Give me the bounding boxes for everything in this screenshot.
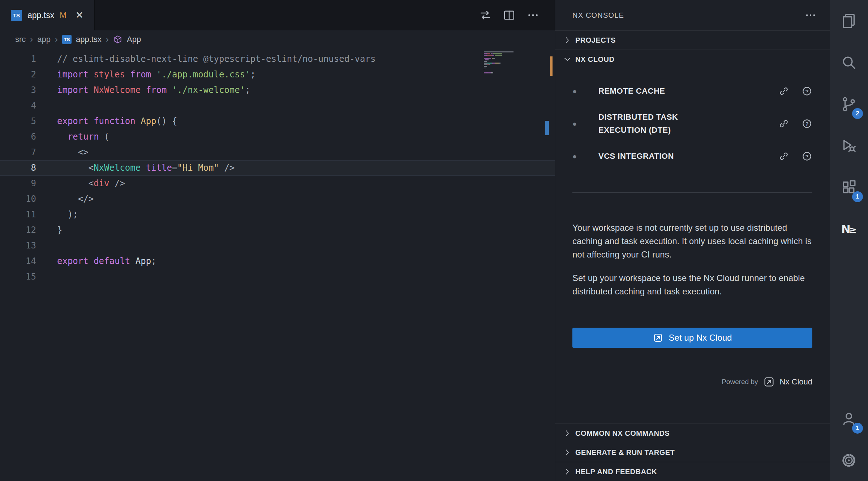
connect-icon[interactable] [778, 151, 789, 162]
code-line-11[interactable]: 11 ); [0, 207, 555, 222]
line-number: 5 [0, 114, 36, 129]
typescript-file-icon: TS [11, 10, 22, 21]
code-line-12[interactable]: 12} [0, 222, 555, 238]
feature-label: DISTRIBUTED TASK EXECUTION (DTE) [598, 111, 705, 137]
connect-icon[interactable] [778, 86, 789, 97]
activity-nx-console[interactable]: N ≥ [830, 208, 868, 250]
section-nx-cloud[interactable]: NX CLOUD [555, 50, 830, 69]
activity-explorer[interactable] [830, 0, 868, 42]
code-text: import styles from './app.module.css'; [36, 67, 255, 82]
breadcrumb: src › app › TS app.tsx › App [0, 30, 555, 48]
help-icon[interactable]: ? [802, 86, 812, 97]
minimap[interactable] [484, 51, 542, 76]
status-dot: ● [572, 152, 580, 161]
activity-accounts[interactable]: 1 [830, 398, 868, 439]
search-icon [841, 54, 857, 71]
section-common-nx-commands[interactable]: COMMON NX COMMANDS [555, 423, 830, 443]
line-number: 1 [0, 51, 36, 67]
chevron-right-icon [563, 467, 572, 476]
code-text: ); [36, 207, 78, 222]
workspace-status-text: Your workspace is not currently set up t… [572, 221, 815, 261]
line-number: 9 [0, 176, 36, 191]
editor-toolbar [479, 0, 555, 30]
section-label: NX CLOUD [575, 55, 614, 64]
panel-more-actions[interactable] [804, 9, 817, 21]
vscode-window: TS app.tsx M ✕ [0, 0, 868, 481]
breadcrumb-item-file[interactable]: app.tsx [76, 35, 102, 44]
help-icon[interactable]: ? [802, 151, 812, 162]
activity-settings[interactable] [830, 439, 868, 481]
chevron-right-icon [563, 429, 572, 438]
svg-text:?: ? [805, 88, 808, 94]
nx-cloud-content: ● REMOTE CACHE ? [555, 69, 830, 423]
activity-search[interactable] [830, 42, 868, 83]
code-text: import NxWelcome from './nx-welcome'; [36, 82, 250, 98]
setup-nx-cloud-button[interactable]: Set up Nx Cloud [572, 328, 812, 348]
code-line-6[interactable]: 6 return ( [0, 129, 555, 145]
code-line-5[interactable]: 5export function App() { [0, 114, 555, 129]
breadcrumb-item-symbol[interactable]: App [127, 35, 141, 44]
breadcrumb-item-src[interactable]: src [15, 35, 26, 44]
nx-console-panel: NX CONSOLE PROJECTS NX CLOUD ● REMOTE C [555, 0, 830, 481]
code-line-10[interactable]: 10 </> [0, 191, 555, 207]
code-text: <NxWelcome title="Hi Mom" /> [36, 160, 235, 176]
section-help-and-feedback[interactable]: HELP AND FEEDBACK [555, 462, 830, 481]
modified-marker [550, 56, 553, 76]
explorer-icon [841, 13, 857, 29]
bottom-sections: COMMON NX COMMANDS GENERATE & RUN TARGET… [555, 423, 830, 481]
code-line-1[interactable]: 1// eslint-disable-next-line @typescript… [0, 51, 555, 67]
activity-bar: 2 1 N ≥ [830, 0, 868, 481]
code-line-2[interactable]: 2import styles from './app.module.css'; [0, 67, 555, 82]
panel-title: NX CONSOLE [572, 11, 624, 20]
activity-source-control[interactable]: 2 [830, 83, 868, 125]
code-editor[interactable]: 1// eslint-disable-next-line @typescript… [0, 48, 555, 481]
line-number: 8 [0, 160, 36, 176]
code-text [36, 98, 57, 114]
code-text: export function App() { [36, 114, 177, 129]
powered-by-row: Powered by Nx Cloud [572, 376, 812, 388]
code-line-8[interactable]: 8 <NxWelcome title="Hi Mom" /> [0, 160, 555, 176]
line-number: 4 [0, 98, 36, 114]
help-icon[interactable]: ? [802, 118, 812, 129]
code-line-7[interactable]: 7 <> [0, 145, 555, 160]
line-number: 12 [0, 222, 36, 238]
editor-region: TS app.tsx M ✕ [0, 0, 555, 481]
nx-cloud-logo-icon [763, 376, 775, 388]
more-actions-icon [804, 9, 817, 21]
section-generate-run-target[interactable]: GENERATE & RUN TARGET [555, 443, 830, 462]
open-changes-icon[interactable] [479, 9, 492, 22]
tab-close-button[interactable]: ✕ [75, 10, 83, 20]
svg-text:?: ? [805, 153, 808, 159]
settings-gear-icon [841, 452, 857, 469]
activity-bar-spacer [830, 250, 868, 398]
breadcrumb-item-app-folder[interactable]: app [37, 35, 51, 44]
accounts-badge: 1 [852, 423, 863, 434]
tab-app-tsx[interactable]: TS app.tsx M ✕ [0, 0, 95, 30]
code-line-15[interactable]: 15 [0, 269, 555, 285]
more-actions-icon[interactable] [527, 9, 540, 22]
line-number: 15 [0, 269, 36, 285]
typescript-file-icon: TS [62, 35, 72, 44]
overview-ruler [545, 48, 555, 481]
powered-by-label: Powered by [722, 378, 758, 386]
nx-console-icon: N ≥ [841, 221, 857, 237]
breadcrumb-separator: › [55, 34, 58, 44]
code-line-4[interactable]: 4 [0, 98, 555, 114]
connect-icon[interactable] [778, 118, 789, 129]
section-projects[interactable]: PROJECTS [555, 30, 830, 50]
code-line-9[interactable]: 9 <div /> [0, 176, 555, 191]
code-line-13[interactable]: 13 [0, 238, 555, 254]
activity-extensions[interactable]: 1 [830, 166, 868, 208]
split-editor-icon[interactable] [503, 9, 516, 22]
powered-by-brand: Nx Cloud [780, 377, 812, 387]
status-dot: ● [572, 87, 580, 95]
code-text: } [36, 222, 62, 238]
line-number: 13 [0, 238, 36, 254]
activity-run-debug[interactable] [830, 125, 868, 166]
section-label: GENERATE & RUN TARGET [575, 448, 675, 457]
code-text: <> [36, 145, 89, 160]
feature-remote-cache: ● REMOTE CACHE ? [572, 77, 812, 106]
code-line-3[interactable]: 3import NxWelcome from './nx-welcome'; [0, 82, 555, 98]
code-line-14[interactable]: 14export default App; [0, 254, 555, 269]
feature-label: REMOTE CACHE [598, 85, 665, 98]
